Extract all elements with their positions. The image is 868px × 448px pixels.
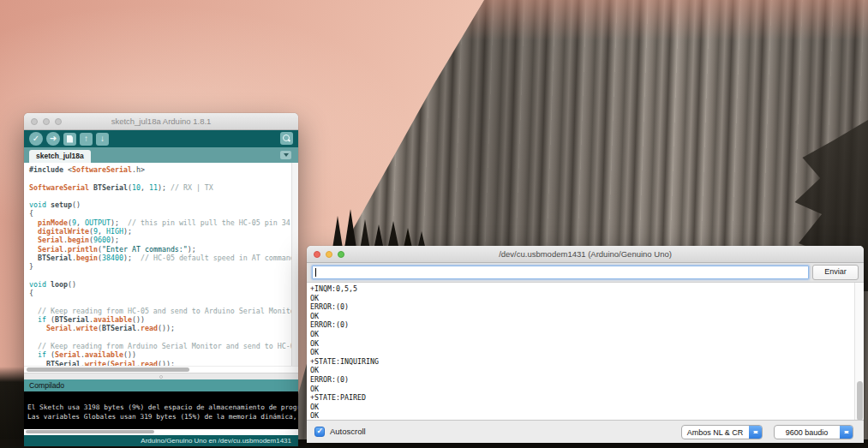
ide-tabbar: sketch_jul18a <box>24 147 298 163</box>
ide-window-title: sketch_jul18a Arduino 1.8.1 <box>24 116 298 126</box>
tab-sketch[interactable]: sketch_jul18a <box>29 150 91 163</box>
serial-line: ERROR:(0) <box>310 375 852 385</box>
code-line <box>29 272 290 280</box>
code-line <box>29 333 290 342</box>
code-line: Serial.println("Enter AT commands:"); <box>29 245 290 254</box>
serial-line: OK <box>310 339 852 349</box>
baud-rate-value: 9600 baudio <box>775 428 839 437</box>
code-line: BTSerial.write(Serial.read()); <box>29 360 290 366</box>
serial-input-row: Enviar <box>307 263 864 282</box>
code-line <box>29 297 290 306</box>
serial-line: OK <box>310 366 852 375</box>
serial-monitor-icon <box>283 134 290 142</box>
serial-monitor-window: /dev/cu.usbmodem1431 (Arduino/Genuino Un… <box>307 246 864 443</box>
board-port-status: Arduino/Genuino Uno en /dev/cu.usbmodem1… <box>24 435 298 446</box>
code-line: pinMode(9, OUTPUT); // this pin will pul… <box>29 218 290 227</box>
save-icon: ↓ <box>100 134 105 143</box>
stepper-arrows-icon <box>749 426 762 439</box>
ide-titlebar[interactable]: sketch_jul18a Arduino 1.8.1 <box>24 113 298 130</box>
code-line: void setup() <box>29 200 290 209</box>
serial-window-title: /dev/cu.usbmodem1431 (Arduino/Genuino Un… <box>307 249 864 259</box>
send-button[interactable]: Enviar <box>812 265 859 280</box>
code-line: digitalWrite(9, HIGH); <box>29 227 290 236</box>
baud-rate-select[interactable]: 9600 baudio <box>774 425 853 439</box>
line-ending-select[interactable]: Ambos NL & CR <box>681 425 763 439</box>
stepper-arrows-icon <box>840 426 853 439</box>
serial-line: +INQM:0,5,5 <box>310 284 852 294</box>
compile-status-bar: Compilado <box>24 379 298 391</box>
line-ending-value: Ambos NL & CR <box>682 428 748 437</box>
serial-line: OK <box>310 403 852 412</box>
code-editor[interactable]: #include <SoftwareSerial.h> SoftwareSeri… <box>24 163 298 366</box>
code-line: } <box>29 262 290 271</box>
serial-line: +STATE:PAIRED <box>310 393 852 403</box>
serial-titlebar[interactable]: /dev/cu.usbmodem1431 (Arduino/Genuino Un… <box>307 246 864 263</box>
code-line <box>29 174 290 182</box>
serial-line: OK <box>310 385 852 394</box>
upload-icon: ➜ <box>50 134 57 143</box>
ide-toolbar: ✓ ➜ ↑ ↓ <box>24 130 298 147</box>
arduino-ide-window: sketch_jul18a Arduino 1.8.1 ✓ ➜ ↑ ↓ sket… <box>24 113 298 443</box>
wallpaper-tree <box>332 216 343 248</box>
serial-line: OK <box>310 330 852 339</box>
code-line: Serial.write(BTSerial.read()); <box>29 324 290 332</box>
serial-line: ERROR:(0) <box>310 302 852 312</box>
code-line: { <box>29 209 290 218</box>
serial-line: OK <box>310 348 852 357</box>
upload-button[interactable]: ➜ <box>46 132 60 146</box>
autoscroll-label: Autoscroll <box>330 427 366 436</box>
code-line: #include <SoftwareSerial.h> <box>29 165 290 174</box>
code-line: void loop() <box>29 280 290 289</box>
verify-button[interactable]: ✓ <box>29 132 43 146</box>
open-icon: ↑ <box>84 134 88 143</box>
code-line: // Keep reading from HC-05 and send to A… <box>29 307 290 315</box>
code-line: SoftwareSerial BTSerial(10, 11); // RX |… <box>29 183 290 192</box>
save-button[interactable]: ↓ <box>96 133 109 146</box>
wallpaper-tree <box>344 209 356 248</box>
desktop: sketch_jul18a Arduino 1.8.1 ✓ ➜ ↑ ↓ sket… <box>0 0 868 448</box>
code-line: BTSerial.begin(38400); // HC-05 default … <box>29 254 290 262</box>
compiler-console: El Sketch usa 3198 bytes (9%) del espaci… <box>24 391 298 429</box>
code-vertical-scrollbar[interactable] <box>291 163 298 366</box>
serial-line: ERROR:(0) <box>310 320 852 330</box>
tab-menu-button[interactable] <box>280 151 291 159</box>
verify-icon: ✓ <box>33 134 39 143</box>
serial-line: OK <box>310 312 852 321</box>
code-line: // Keep reading from Arduino Serial Moni… <box>29 342 290 350</box>
new-sketch-button[interactable] <box>63 133 76 146</box>
code-line: if (BTSerial.available()) <box>29 315 290 324</box>
scrollbar-thumb[interactable] <box>26 430 154 433</box>
console-line: El Sketch usa 3198 bytes (9%) del espaci… <box>27 403 295 412</box>
serial-output-area: +INQM:0,5,5OKERROR:(0)OKERROR:(0)OKOKOK+… <box>307 282 864 420</box>
text-caret <box>315 268 316 277</box>
serial-line: +STATE:INQUIRING <box>310 357 852 367</box>
code-line: { <box>29 289 290 297</box>
serial-bottom-bar: Autoscroll Ambos NL & CR 9600 baudio <box>307 420 864 443</box>
console-line: Las variables Globales usan 319 bytes (1… <box>27 412 295 421</box>
wallpaper-trees-left <box>0 367 26 448</box>
serial-line: OK <box>310 294 852 303</box>
serial-monitor-button[interactable] <box>280 132 293 145</box>
editor-console-divider[interactable] <box>24 373 298 379</box>
code-line: Serial.begin(9600); <box>29 236 290 244</box>
serial-vertical-scrollbar[interactable] <box>854 283 864 420</box>
code-horizontal-scrollbar[interactable] <box>24 366 298 373</box>
new-sketch-icon <box>67 135 73 143</box>
serial-command-input[interactable] <box>312 266 809 279</box>
console-horizontal-scrollbar[interactable] <box>24 429 298 435</box>
scrollbar-thumb[interactable] <box>857 381 863 420</box>
code-line: if (Serial.available()) <box>29 350 290 359</box>
autoscroll-checkbox[interactable] <box>314 427 325 437</box>
code-line <box>29 192 290 200</box>
serial-line: OK <box>310 411 852 420</box>
scrollbar-thumb[interactable] <box>27 367 189 372</box>
open-button[interactable]: ↑ <box>80 133 93 146</box>
